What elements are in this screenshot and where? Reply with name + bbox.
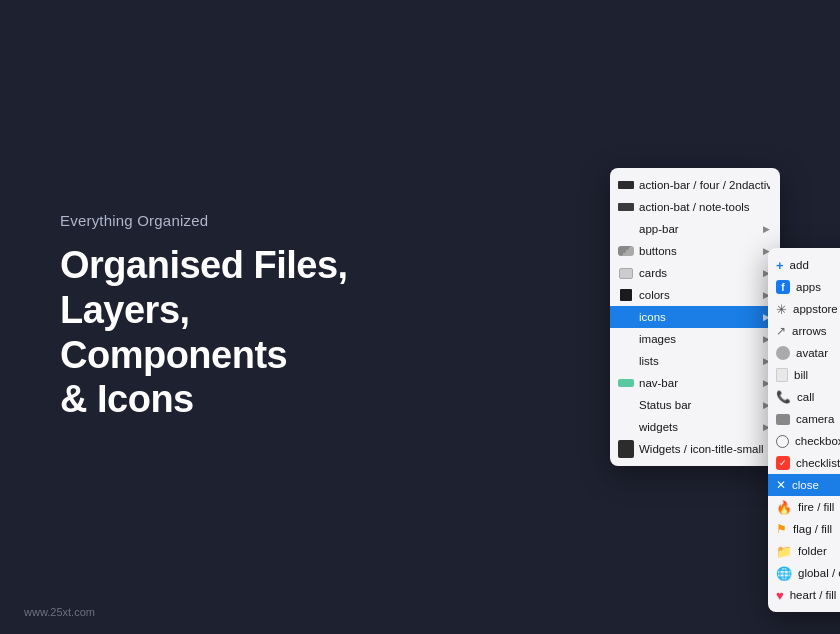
item-label: camera (796, 413, 840, 425)
close-icon: ✕ (776, 478, 786, 492)
bill-icon (776, 368, 788, 382)
item-label: appstore (793, 303, 840, 315)
global-icon: 🌐 (776, 566, 792, 581)
item-label: images (639, 333, 758, 345)
panel-first: action-bar / four / 2ndactive action-bat… (610, 168, 780, 466)
title-line1: Organised Files, (60, 244, 348, 286)
list-item[interactable]: Widgets / icon-title-small (610, 438, 780, 460)
item-label: call (797, 391, 840, 403)
item-label: apps (796, 281, 840, 293)
icons-icon (618, 311, 634, 323)
statusbar-icon (618, 399, 634, 411)
list-item[interactable]: ♥ heart / fill (768, 584, 840, 606)
list-item[interactable]: 📁 folder (768, 540, 840, 562)
images-icon (618, 333, 634, 345)
title-line2: Layers, (60, 289, 190, 331)
list-item[interactable]: app-bar ▶ (610, 218, 780, 240)
list-item[interactable]: buttons ▶ (610, 240, 780, 262)
cards-icon (618, 267, 634, 279)
list-item[interactable]: ↗ arrows ▶ (768, 320, 840, 342)
none-icon (618, 223, 634, 235)
folder-icon: 📁 (776, 544, 792, 559)
widget-shape (618, 440, 634, 458)
item-label: flag / fill (793, 523, 840, 535)
bar-icon (618, 179, 634, 191)
fire-icon: 🔥 (776, 500, 792, 515)
list-item[interactable]: ✳ appstore (768, 298, 840, 320)
watermark: www.25xt.com (24, 606, 95, 618)
item-label: add (790, 259, 840, 271)
square-dark-shape (620, 289, 632, 301)
item-label: lists (639, 355, 758, 367)
list-item[interactable]: colors ▶ (610, 284, 780, 306)
bar2-icon (618, 201, 634, 213)
title-line4: & Icons (60, 378, 194, 420)
list-item[interactable]: ✓ checklist / fill (768, 452, 840, 474)
list-item[interactable]: action-bar / four / 2ndactive (610, 174, 780, 196)
item-label: bill (794, 369, 840, 381)
item-label: global / outline (798, 567, 840, 579)
item-label: widgets (639, 421, 758, 433)
heart-icon: ♥ (776, 588, 784, 603)
icons-item[interactable]: icons ▶ (610, 306, 780, 328)
plus-icon: + (776, 258, 784, 273)
item-label: arrows (792, 325, 840, 337)
item-label: avatar (796, 347, 840, 359)
list-item[interactable]: images ▶ (610, 328, 780, 350)
dark-bar2-icon (618, 203, 634, 211)
close-item[interactable]: ✕ close ▶ (768, 474, 840, 496)
buttons-icon (618, 245, 634, 257)
item-label: nav-bar (639, 377, 758, 389)
colors-icon (618, 289, 634, 301)
checklist-icon: ✓ (776, 456, 790, 470)
widgets-icon (618, 421, 634, 433)
list-item[interactable]: 📞 call (768, 386, 840, 408)
panel-second: + add ▶ f apps ▶ ✳ appstore ↗ arrows ▶ a… (768, 248, 840, 612)
list-item[interactable]: Status bar ▶ (610, 394, 780, 416)
facebook-icon: f (776, 280, 790, 294)
item-label: Widgets / icon-title-small (639, 443, 770, 455)
avatar-icon (776, 346, 790, 360)
item-label: Status bar (639, 399, 758, 411)
list-item[interactable]: checkbox / inactive (768, 430, 840, 452)
item-label: buttons (639, 245, 758, 257)
camera-icon (776, 414, 790, 425)
title-line3: Components (60, 334, 287, 376)
chevron-right-icon: ▶ (763, 224, 770, 234)
buttons-shape (618, 246, 634, 256)
item-label: close (792, 479, 840, 491)
main-container: Everything Organized Organised Files, La… (0, 0, 840, 634)
item-label: heart / fill (790, 589, 840, 601)
left-section: Everything Organized Organised Files, La… (60, 212, 348, 422)
item-label: folder (798, 545, 840, 557)
list-item[interactable]: camera (768, 408, 840, 430)
list-item[interactable]: avatar (768, 342, 840, 364)
dark-bar-icon (618, 181, 634, 189)
list-item[interactable]: + add ▶ (768, 254, 840, 276)
checkbox-icon (776, 435, 789, 448)
appstore-icon: ✳ (776, 302, 787, 317)
lists-icon (618, 355, 634, 367)
item-label: cards (639, 267, 758, 279)
item-label: app-bar (639, 223, 758, 235)
item-label: checkbox / inactive (795, 435, 840, 447)
list-item[interactable]: lists ▶ (610, 350, 780, 372)
item-label: action-bar / four / 2ndactive (639, 179, 770, 191)
widgetsicon-icon (618, 443, 634, 455)
list-item[interactable]: 🌐 global / outline (768, 562, 840, 584)
flag-icon: ⚑ (776, 522, 787, 536)
call-icon: 📞 (776, 390, 791, 404)
list-item[interactable]: widgets ▶ (610, 416, 780, 438)
list-item[interactable]: ⚑ flag / fill (768, 518, 840, 540)
nav-green-shape (618, 379, 634, 387)
list-item[interactable]: nav-bar ▶ (610, 372, 780, 394)
list-item[interactable]: 🔥 fire / fill (768, 496, 840, 518)
item-label: action-bat / note-tools (639, 201, 770, 213)
list-item[interactable]: bill ▶ (768, 364, 840, 386)
arrows-icon: ↗ (776, 324, 786, 338)
item-label: fire / fill (798, 501, 840, 513)
list-item[interactable]: f apps ▶ (768, 276, 840, 298)
item-label: icons (639, 311, 758, 323)
list-item[interactable]: action-bat / note-tools (610, 196, 780, 218)
list-item[interactable]: cards ▶ (610, 262, 780, 284)
